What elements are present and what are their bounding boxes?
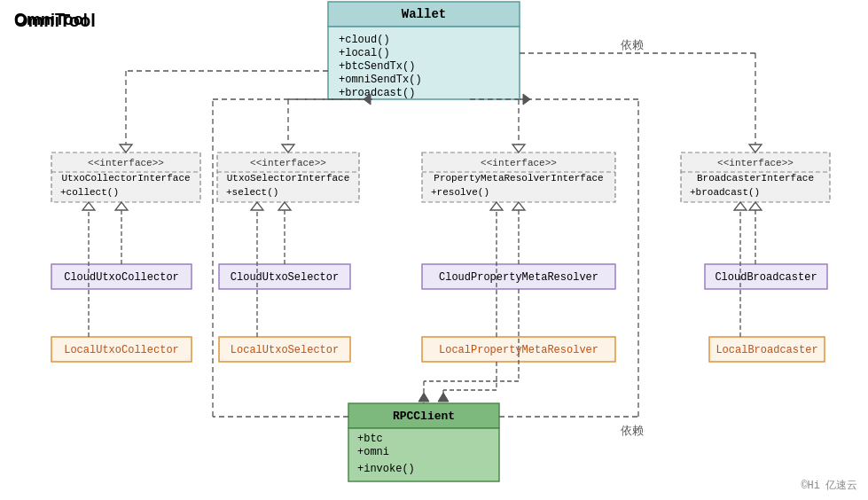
svg-text:<<interface>>: <<interface>>	[481, 158, 557, 168]
svg-text:Wallet: Wallet	[402, 7, 446, 21]
svg-text:+select(): +select()	[226, 187, 278, 198]
svg-text:+omniSendTx(): +omniSendTx()	[339, 74, 422, 86]
svg-text:+btc: +btc	[357, 433, 383, 445]
svg-text:+resolve(): +resolve()	[431, 187, 489, 198]
svg-text:CloudUtxoCollector: CloudUtxoCollector	[64, 271, 179, 284]
svg-text:CloudPropertyMetaResolver: CloudPropertyMetaResolver	[439, 271, 598, 284]
svg-text:CloudUtxoSelector: CloudUtxoSelector	[231, 271, 339, 284]
svg-text:+broadcast(): +broadcast()	[339, 87, 415, 99]
svg-text:+btcSendTx(): +btcSendTx()	[339, 60, 415, 73]
svg-text:PropertyMetaResolverInterface: PropertyMetaResolverInterface	[434, 173, 603, 184]
svg-text:LocalUtxoSelector: LocalUtxoSelector	[231, 344, 339, 356]
svg-text:+omni: +omni	[357, 446, 389, 458]
svg-text:UtxoSelectorInterface: UtxoSelectorInterface	[227, 173, 350, 184]
watermark: ©Hi 亿速云	[801, 478, 857, 493]
svg-text:BroadcasterInterface: BroadcasterInterface	[697, 173, 814, 184]
svg-text:<<interface>>: <<interface>>	[250, 158, 326, 168]
svg-text:依赖: 依赖	[621, 38, 644, 51]
svg-text:+cloud(): +cloud()	[339, 34, 390, 46]
svg-text:+broadcast(): +broadcast()	[690, 187, 760, 198]
svg-text:+collect(): +collect()	[60, 187, 119, 198]
svg-text:UtxoCollectorInterface: UtxoCollectorInterface	[61, 173, 190, 184]
app-title: OmniTool	[14, 11, 88, 29]
watermark-platform: 亿速云	[825, 478, 857, 493]
watermark-text: ©Hi	[801, 480, 820, 492]
svg-text:RPCClient: RPCClient	[393, 410, 455, 423]
svg-text:依赖: 依赖	[621, 424, 644, 437]
svg-text:+local(): +local()	[339, 47, 390, 59]
svg-text:CloudBroadcaster: CloudBroadcaster	[715, 271, 817, 284]
svg-text:<<interface>>: <<interface>>	[717, 158, 794, 168]
svg-text:<<interface>>: <<interface>>	[88, 158, 164, 168]
svg-text:LocalBroadcaster: LocalBroadcaster	[716, 344, 817, 356]
svg-text:LocalUtxoCollector: LocalUtxoCollector	[64, 344, 179, 356]
svg-text:+invoke(): +invoke()	[357, 463, 415, 475]
